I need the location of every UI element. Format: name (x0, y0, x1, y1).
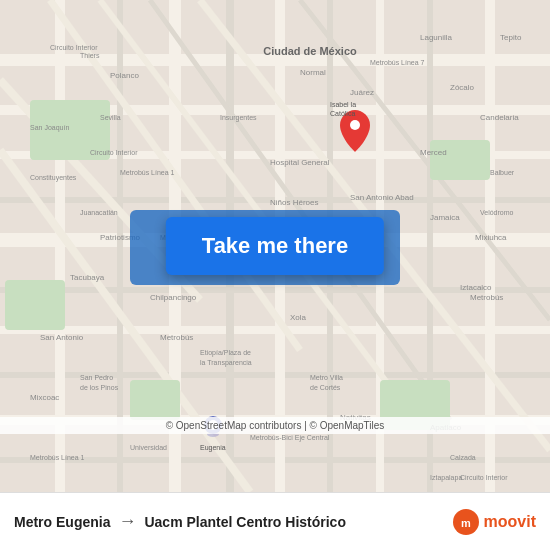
svg-text:Velódromo: Velódromo (480, 209, 514, 216)
svg-text:Polanco: Polanco (110, 71, 139, 80)
svg-text:Thiers: Thiers (80, 52, 100, 59)
svg-point-85 (350, 120, 360, 130)
take-me-there-overlay: Take me there (166, 217, 384, 275)
origin-label: Metro Eugenia (14, 514, 110, 530)
svg-text:San Pedro: San Pedro (80, 374, 113, 381)
svg-text:Metrobús Línea 7: Metrobús Línea 7 (370, 59, 425, 66)
app: Ciudad de México Polanco Constituyentes … (0, 0, 550, 550)
svg-text:Ciudad de México: Ciudad de México (263, 45, 357, 57)
svg-text:Zócalo: Zócalo (450, 83, 475, 92)
svg-text:Juárez: Juárez (350, 88, 374, 97)
map-attribution: © OpenStreetMap contributors | © OpenMap… (0, 417, 550, 434)
svg-text:Circuito Interior: Circuito Interior (50, 44, 98, 51)
svg-text:Circuito Interior: Circuito Interior (90, 149, 138, 156)
svg-text:Metro Villa: Metro Villa (310, 374, 343, 381)
map-container: Ciudad de México Polanco Constituyentes … (0, 0, 550, 492)
svg-rect-28 (5, 280, 65, 330)
svg-text:Lagunilla: Lagunilla (420, 33, 453, 42)
svg-text:Isabel la: Isabel la (330, 101, 356, 108)
svg-text:San Joaquín: San Joaquín (30, 124, 69, 132)
svg-text:Juanacatlán: Juanacatlán (80, 209, 118, 216)
moovit-text: moovit (484, 513, 536, 531)
svg-text:San Antonio Abad: San Antonio Abad (350, 193, 414, 202)
svg-text:Tepito: Tepito (500, 33, 522, 42)
destination-label: Uacm Plantel Centro Histórico (144, 514, 451, 530)
svg-rect-29 (430, 140, 490, 180)
svg-text:Metrobús-Bici Eje Central: Metrobús-Bici Eje Central (250, 434, 330, 442)
svg-text:Calzada: Calzada (450, 454, 476, 461)
svg-text:San Antonio: San Antonio (40, 333, 84, 342)
svg-text:Chilpancingo: Chilpancingo (150, 293, 197, 302)
svg-text:Mixcoac: Mixcoac (30, 393, 59, 402)
svg-text:Candelaria: Candelaria (480, 113, 519, 122)
svg-text:Metrobús: Metrobús (160, 333, 193, 342)
svg-text:Católica: Católica (330, 110, 355, 117)
svg-text:Eugenia: Eugenia (200, 444, 226, 452)
svg-text:Sevilla: Sevilla (100, 114, 121, 121)
svg-text:Hospital General: Hospital General (270, 158, 330, 167)
svg-rect-31 (130, 380, 180, 420)
svg-text:Etiopía/Plaza de: Etiopía/Plaza de (200, 349, 251, 357)
svg-text:la Transparencia: la Transparencia (200, 359, 252, 367)
svg-text:Merced: Merced (420, 148, 447, 157)
svg-text:Metrobús: Metrobús (470, 293, 503, 302)
arrow-icon: → (118, 511, 136, 532)
route-info: Metro Eugenia → Uacm Plantel Centro Hist… (14, 508, 536, 536)
svg-text:Circuito Interior: Circuito Interior (460, 474, 508, 481)
svg-text:Universidad: Universidad (130, 444, 167, 451)
svg-text:Iztapalapa: Iztapalapa (430, 474, 462, 482)
svg-text:Mixiuhca: Mixiuhca (475, 233, 507, 242)
svg-text:de los Pinos: de los Pinos (80, 384, 119, 391)
svg-text:Metrobús Línea 1: Metrobús Línea 1 (30, 454, 85, 461)
svg-text:Constituyentes: Constituyentes (30, 174, 77, 182)
bottom-bar: Metro Eugenia → Uacm Plantel Centro Hist… (0, 492, 550, 550)
svg-text:Iztacalco: Iztacalco (460, 283, 492, 292)
svg-text:Insurgentes: Insurgentes (220, 114, 257, 122)
svg-text:de Cortés: de Cortés (310, 384, 341, 391)
moovit-logo-icon: m (452, 508, 480, 536)
svg-text:Jamaica: Jamaica (430, 213, 460, 222)
svg-text:Xola: Xola (290, 313, 307, 322)
svg-text:m: m (461, 517, 471, 529)
svg-text:Tacubaya: Tacubaya (70, 273, 105, 282)
svg-text:Normal: Normal (300, 68, 326, 77)
moovit-logo: m moovit (452, 508, 536, 536)
svg-text:Metrobús Línea 1: Metrobús Línea 1 (120, 169, 175, 176)
svg-text:Balbuer: Balbuer (490, 169, 515, 176)
take-me-there-button[interactable]: Take me there (166, 217, 384, 275)
svg-text:Niños Héroes: Niños Héroes (270, 198, 318, 207)
